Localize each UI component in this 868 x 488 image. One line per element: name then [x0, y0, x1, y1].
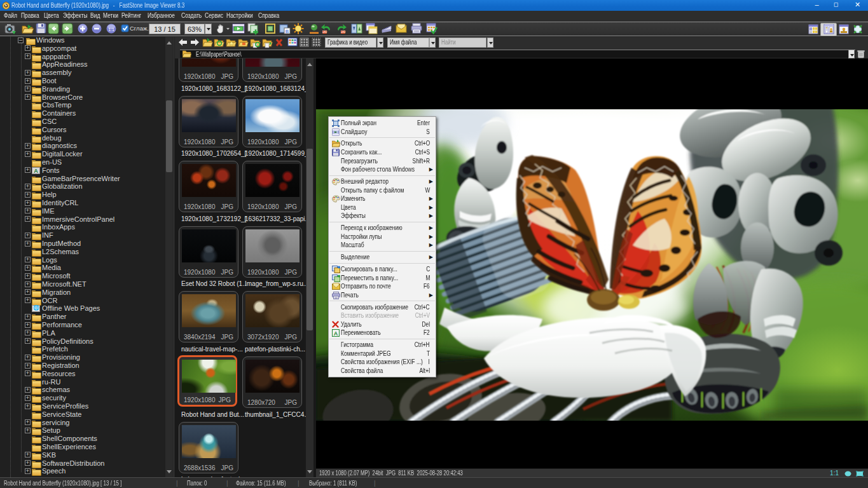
svg-text:Сглаж.: Сглаж.: [130, 25, 149, 32]
svg-text:1:1: 1:1: [108, 27, 114, 32]
svg-text:180: 180: [341, 30, 346, 34]
svg-text:B: B: [286, 29, 289, 34]
svg-text:180: 180: [322, 30, 327, 34]
svg-text:A: A: [334, 330, 338, 337]
